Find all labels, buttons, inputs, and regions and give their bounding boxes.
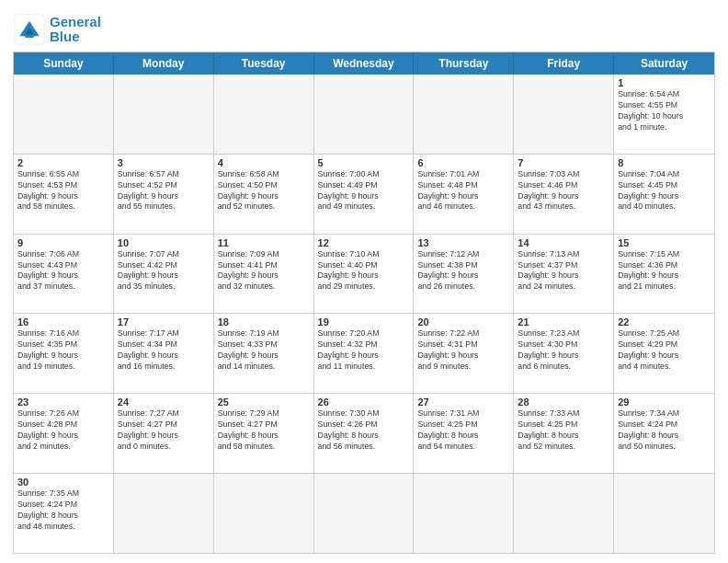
cal-cell: 10Sunrise: 7:07 AM Sunset: 4:42 PM Dayli… — [114, 235, 214, 314]
cell-info: Sunrise: 7:01 AM Sunset: 4:48 PM Dayligh… — [417, 169, 509, 213]
day-number: 16 — [17, 316, 109, 327]
header-day-friday: Friday — [514, 52, 614, 75]
cal-row: 2Sunrise: 6:55 AM Sunset: 4:53 PM Daylig… — [14, 154, 714, 234]
day-number: 14 — [518, 237, 609, 248]
cal-cell: 24Sunrise: 7:27 AM Sunset: 4:27 PM Dayli… — [114, 394, 214, 473]
day-number: 2 — [17, 157, 109, 168]
cell-info: Sunrise: 7:20 AM Sunset: 4:32 PM Dayligh… — [318, 328, 410, 373]
cell-info: Sunrise: 7:34 AM Sunset: 4:24 PM Dayligh… — [618, 408, 711, 453]
calendar-body: 1Sunrise: 6:54 AM Sunset: 4:55 PM Daylig… — [14, 75, 714, 553]
cal-cell: 27Sunrise: 7:31 AM Sunset: 4:25 PM Dayli… — [414, 394, 514, 473]
cal-cell: 13Sunrise: 7:12 AM Sunset: 4:38 PM Dayli… — [414, 235, 514, 314]
cell-info: Sunrise: 7:07 AM Sunset: 4:42 PM Dayligh… — [118, 249, 210, 293]
cal-cell: 23Sunrise: 7:26 AM Sunset: 4:28 PM Dayli… — [14, 394, 114, 473]
cal-cell: 26Sunrise: 7:30 AM Sunset: 4:26 PM Dayli… — [314, 394, 415, 473]
cal-row: 23Sunrise: 7:26 AM Sunset: 4:28 PM Dayli… — [14, 393, 714, 473]
cell-info: Sunrise: 7:06 AM Sunset: 4:43 PM Dayligh… — [17, 249, 109, 293]
day-number: 6 — [417, 157, 509, 168]
cal-cell: 5Sunrise: 7:00 AM Sunset: 4:49 PM Daylig… — [314, 155, 415, 234]
cell-info: Sunrise: 7:27 AM Sunset: 4:27 PM Dayligh… — [118, 408, 210, 453]
cell-info: Sunrise: 7:10 AM Sunset: 4:40 PM Dayligh… — [318, 249, 410, 293]
calendar: SundayMondayTuesdayWednesdayThursdayFrid… — [13, 52, 715, 554]
cal-cell — [314, 75, 415, 154]
day-number: 26 — [318, 396, 410, 408]
day-number: 9 — [17, 237, 109, 248]
day-number: 19 — [318, 316, 410, 327]
cal-cell: 14Sunrise: 7:13 AM Sunset: 4:37 PM Dayli… — [514, 235, 614, 314]
page: General Blue SundayMondayTuesdayWednesda… — [0, 0, 728, 563]
day-number: 8 — [618, 157, 711, 168]
day-number: 28 — [518, 396, 609, 408]
cal-cell: 7Sunrise: 7:03 AM Sunset: 4:46 PM Daylig… — [514, 155, 614, 234]
day-number: 22 — [618, 316, 711, 327]
day-number: 4 — [218, 157, 310, 168]
logo: General Blue — [13, 13, 101, 46]
cal-cell — [314, 474, 415, 553]
cal-cell — [14, 75, 114, 154]
cell-info: Sunrise: 7:35 AM Sunset: 4:24 PM Dayligh… — [17, 488, 109, 533]
cell-info: Sunrise: 7:19 AM Sunset: 4:33 PM Dayligh… — [218, 328, 310, 373]
day-number: 10 — [118, 237, 210, 248]
day-number: 1 — [618, 77, 711, 88]
cal-cell: 6Sunrise: 7:01 AM Sunset: 4:48 PM Daylig… — [414, 155, 514, 234]
cell-info: Sunrise: 7:31 AM Sunset: 4:25 PM Dayligh… — [417, 408, 509, 453]
calendar-header: SundayMondayTuesdayWednesdayThursdayFrid… — [14, 52, 714, 75]
cell-info: Sunrise: 6:55 AM Sunset: 4:53 PM Dayligh… — [17, 169, 109, 213]
header-day-tuesday: Tuesday — [214, 52, 314, 75]
day-number: 7 — [518, 157, 609, 168]
day-number: 24 — [118, 396, 210, 408]
header-day-sunday: Sunday — [14, 52, 114, 75]
cell-info: Sunrise: 7:04 AM Sunset: 4:45 PM Dayligh… — [618, 169, 711, 213]
cal-cell: 12Sunrise: 7:10 AM Sunset: 4:40 PM Dayli… — [314, 235, 415, 314]
cal-cell: 1Sunrise: 6:54 AM Sunset: 4:55 PM Daylig… — [614, 75, 714, 154]
cal-cell: 4Sunrise: 6:58 AM Sunset: 4:50 PM Daylig… — [214, 155, 314, 234]
cal-cell — [114, 75, 214, 154]
cal-cell: 8Sunrise: 7:04 AM Sunset: 4:45 PM Daylig… — [614, 155, 714, 234]
cal-cell: 18Sunrise: 7:19 AM Sunset: 4:33 PM Dayli… — [214, 314, 314, 393]
cell-info: Sunrise: 6:58 AM Sunset: 4:50 PM Dayligh… — [218, 169, 310, 213]
logo-text: General Blue — [50, 15, 101, 45]
cell-info: Sunrise: 6:54 AM Sunset: 4:55 PM Dayligh… — [618, 89, 711, 133]
cal-cell — [414, 474, 514, 553]
cal-cell: 30Sunrise: 7:35 AM Sunset: 4:24 PM Dayli… — [14, 474, 114, 553]
header-day-wednesday: Wednesday — [314, 52, 415, 75]
header: General Blue — [13, 9, 715, 46]
header-day-thursday: Thursday — [414, 52, 514, 75]
cell-info: Sunrise: 7:29 AM Sunset: 4:27 PM Dayligh… — [218, 408, 310, 453]
cal-cell: 11Sunrise: 7:09 AM Sunset: 4:41 PM Dayli… — [214, 235, 314, 314]
day-number: 3 — [118, 157, 210, 168]
cal-cell: 29Sunrise: 7:34 AM Sunset: 4:24 PM Dayli… — [614, 394, 714, 473]
cell-info: Sunrise: 7:12 AM Sunset: 4:38 PM Dayligh… — [417, 249, 509, 293]
cell-info: Sunrise: 7:09 AM Sunset: 4:41 PM Dayligh… — [218, 249, 310, 293]
cal-cell — [514, 474, 614, 553]
header-day-saturday: Saturday — [614, 52, 714, 75]
cal-row: 9Sunrise: 7:06 AM Sunset: 4:43 PM Daylig… — [14, 234, 714, 314]
header-day-monday: Monday — [114, 52, 214, 75]
cal-cell: 16Sunrise: 7:16 AM Sunset: 4:35 PM Dayli… — [14, 314, 114, 393]
cal-cell: 19Sunrise: 7:20 AM Sunset: 4:32 PM Dayli… — [314, 314, 415, 393]
cal-cell: 25Sunrise: 7:29 AM Sunset: 4:27 PM Dayli… — [214, 394, 314, 473]
cal-cell: 15Sunrise: 7:15 AM Sunset: 4:36 PM Dayli… — [614, 235, 714, 314]
cal-cell: 9Sunrise: 7:06 AM Sunset: 4:43 PM Daylig… — [14, 235, 114, 314]
cal-row: 1Sunrise: 6:54 AM Sunset: 4:55 PM Daylig… — [14, 75, 714, 154]
day-number: 27 — [417, 396, 509, 408]
cell-info: Sunrise: 7:23 AM Sunset: 4:30 PM Dayligh… — [518, 328, 609, 373]
svg-rect-3 — [26, 34, 34, 38]
day-number: 11 — [218, 237, 310, 248]
cal-cell — [114, 474, 214, 553]
cal-cell: 17Sunrise: 7:17 AM Sunset: 4:34 PM Dayli… — [114, 314, 214, 393]
cal-row: 16Sunrise: 7:16 AM Sunset: 4:35 PM Dayli… — [14, 313, 714, 393]
cal-cell: 2Sunrise: 6:55 AM Sunset: 4:53 PM Daylig… — [14, 155, 114, 234]
cell-info: Sunrise: 7:00 AM Sunset: 4:49 PM Dayligh… — [318, 169, 410, 213]
cell-info: Sunrise: 7:13 AM Sunset: 4:37 PM Dayligh… — [518, 249, 609, 293]
day-number: 13 — [417, 237, 509, 248]
cal-cell — [614, 474, 714, 553]
cell-info: Sunrise: 7:25 AM Sunset: 4:29 PM Dayligh… — [618, 328, 711, 373]
day-number: 20 — [417, 316, 509, 327]
day-number: 29 — [618, 396, 711, 408]
cell-info: Sunrise: 7:15 AM Sunset: 4:36 PM Dayligh… — [618, 249, 711, 293]
cell-info: Sunrise: 7:17 AM Sunset: 4:34 PM Dayligh… — [118, 328, 210, 373]
cal-cell: 21Sunrise: 7:23 AM Sunset: 4:30 PM Dayli… — [514, 314, 614, 393]
day-number: 30 — [17, 477, 109, 488]
cal-cell: 28Sunrise: 7:33 AM Sunset: 4:25 PM Dayli… — [514, 394, 614, 473]
